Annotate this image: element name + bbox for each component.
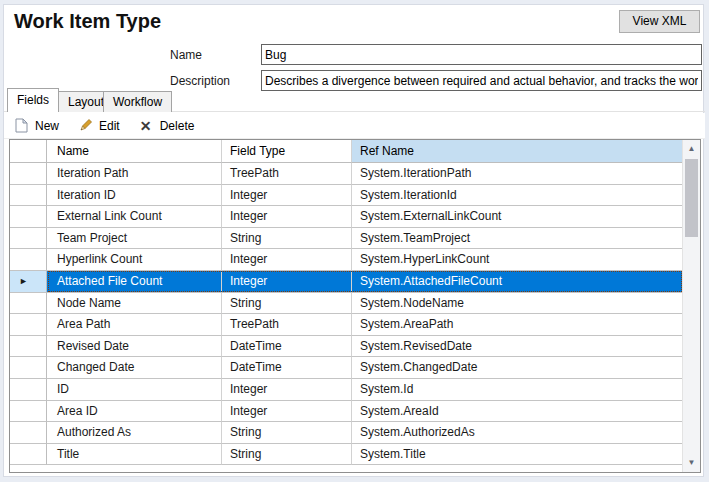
cell-ref-name: System.ExternalLinkCount bbox=[352, 206, 682, 228]
header-gutter-cell bbox=[10, 140, 47, 163]
row-gutter-cell[interactable]: ► bbox=[10, 314, 47, 336]
row-gutter-cell[interactable]: ► bbox=[10, 379, 47, 401]
cell-name: ID bbox=[47, 379, 222, 401]
table-row[interactable]: ► Hyperlink Count Integer System.HyperLi… bbox=[10, 249, 682, 271]
scroll-down-icon[interactable]: ▼ bbox=[683, 455, 700, 471]
cell-field-type: Integer bbox=[222, 271, 352, 293]
table-row[interactable]: ► Iteration Path TreePath System.Iterati… bbox=[10, 163, 682, 185]
new-button[interactable]: New bbox=[13, 118, 59, 134]
table-row[interactable]: ► Area ID Integer System.AreaId bbox=[10, 401, 682, 423]
table-row[interactable]: ► External Link Count Integer System.Ext… bbox=[10, 206, 682, 228]
row-gutter-cell[interactable]: ► bbox=[10, 357, 47, 379]
cell-name: Revised Date bbox=[47, 336, 222, 358]
cell-name: Area Path bbox=[47, 314, 222, 336]
cell-ref-name: System.AuthorizedAs bbox=[352, 422, 682, 444]
current-row-marker-icon: ► bbox=[19, 271, 28, 292]
scrollbar-thumb[interactable] bbox=[685, 159, 698, 237]
new-label: New bbox=[35, 119, 59, 133]
cell-field-type: DateTime bbox=[222, 357, 352, 379]
cell-field-type: Integer bbox=[222, 379, 352, 401]
table-rows: ► Iteration Path TreePath System.Iterati… bbox=[10, 163, 682, 465]
row-gutter-cell[interactable]: ► bbox=[10, 401, 47, 423]
delete-button[interactable]: ✕ Delete bbox=[138, 118, 195, 134]
cell-name: Area ID bbox=[47, 401, 222, 423]
column-header-field-type[interactable]: Field Type bbox=[222, 140, 352, 163]
cell-name: Team Project bbox=[47, 228, 222, 250]
table-row[interactable]: ► Authorized As String System.Authorized… bbox=[10, 422, 682, 444]
tab-fields[interactable]: Fields bbox=[7, 88, 59, 112]
row-gutter-cell[interactable]: ► bbox=[10, 293, 47, 315]
cell-ref-name: System.Title bbox=[352, 444, 682, 466]
cell-field-type: Integer bbox=[222, 249, 352, 271]
row-gutter-cell[interactable]: ► bbox=[10, 228, 47, 250]
edit-label: Edit bbox=[99, 119, 120, 133]
cell-ref-name: System.IterationId bbox=[352, 185, 682, 207]
cell-name: Iteration Path bbox=[47, 163, 222, 185]
cell-ref-name: System.HyperLinkCount bbox=[352, 249, 682, 271]
row-gutter-cell[interactable]: ► bbox=[10, 336, 47, 358]
fields-table: Name Field Type Ref Name ► Iteration Pat… bbox=[9, 139, 701, 473]
cell-field-type: String bbox=[222, 293, 352, 315]
table-header-row: Name Field Type Ref Name bbox=[10, 140, 682, 163]
name-label: Name bbox=[170, 45, 202, 65]
cell-ref-name: System.AttachedFileCount bbox=[352, 271, 682, 293]
cell-ref-name: System.NodeName bbox=[352, 293, 682, 315]
column-header-ref-name[interactable]: Ref Name bbox=[352, 140, 682, 163]
table-row[interactable]: ► Team Project String System.TeamProject bbox=[10, 228, 682, 250]
column-header-name[interactable]: Name bbox=[47, 140, 222, 163]
delete-x-icon: ✕ bbox=[138, 118, 154, 134]
cell-field-type: Integer bbox=[222, 185, 352, 207]
fields-table-body: Name Field Type Ref Name ► Iteration Pat… bbox=[10, 140, 682, 472]
row-gutter-cell[interactable]: ► bbox=[10, 249, 47, 271]
row-gutter-cell[interactable]: ► bbox=[10, 271, 47, 293]
name-input[interactable] bbox=[261, 44, 702, 65]
cell-field-type: String bbox=[222, 444, 352, 466]
cell-name: Title bbox=[47, 444, 222, 466]
cell-name: Changed Date bbox=[47, 357, 222, 379]
table-row[interactable]: ► Iteration ID Integer System.IterationI… bbox=[10, 185, 682, 207]
row-gutter-cell[interactable]: ► bbox=[10, 422, 47, 444]
tab-strip: Fields Layout Workflow bbox=[4, 88, 705, 112]
table-row[interactable]: ► Attached File Count Integer System.Att… bbox=[10, 271, 682, 293]
edit-button[interactable]: Edit bbox=[77, 118, 120, 134]
scroll-up-icon[interactable]: ▲ bbox=[683, 141, 700, 157]
cell-ref-name: System.IterationPath bbox=[352, 163, 682, 185]
row-gutter-cell[interactable]: ► bbox=[10, 444, 47, 466]
cell-name: Authorized As bbox=[47, 422, 222, 444]
view-xml-button[interactable]: View XML bbox=[619, 10, 700, 33]
cell-field-type: String bbox=[222, 422, 352, 444]
main-panel: Work Item Type View XML Name Description… bbox=[3, 4, 704, 477]
page-title: Work Item Type bbox=[14, 10, 161, 33]
cell-name: External Link Count bbox=[47, 206, 222, 228]
cell-field-type: DateTime bbox=[222, 336, 352, 358]
cell-name: Iteration ID bbox=[47, 185, 222, 207]
cell-field-type: TreePath bbox=[222, 314, 352, 336]
table-row[interactable]: ► ID Integer System.Id bbox=[10, 379, 682, 401]
table-row[interactable]: ► Node Name String System.NodeName bbox=[10, 293, 682, 315]
cell-field-type: Integer bbox=[222, 206, 352, 228]
cell-field-type: Integer bbox=[222, 401, 352, 423]
delete-label: Delete bbox=[160, 119, 195, 133]
cell-name: Attached File Count bbox=[47, 271, 222, 293]
row-gutter-cell[interactable]: ► bbox=[10, 206, 47, 228]
row-gutter-cell[interactable]: ► bbox=[10, 185, 47, 207]
cell-ref-name: System.RevisedDate bbox=[352, 336, 682, 358]
cell-ref-name: System.Id bbox=[352, 379, 682, 401]
cell-name: Node Name bbox=[47, 293, 222, 315]
cell-ref-name: System.TeamProject bbox=[352, 228, 682, 250]
cell-ref-name: System.AreaId bbox=[352, 401, 682, 423]
table-row[interactable]: ► Changed Date DateTime System.ChangedDa… bbox=[10, 357, 682, 379]
cell-name: Hyperlink Count bbox=[47, 249, 222, 271]
new-document-icon bbox=[13, 118, 29, 134]
cell-ref-name: System.ChangedDate bbox=[352, 357, 682, 379]
tab-workflow[interactable]: Workflow bbox=[103, 91, 172, 112]
table-row[interactable]: ► Revised Date DateTime System.RevisedDa… bbox=[10, 336, 682, 358]
table-row[interactable]: ► Title String System.Title bbox=[10, 444, 682, 466]
fields-toolbar: New Edit ✕ Delete bbox=[4, 113, 705, 139]
table-row[interactable]: ► Area Path TreePath System.AreaPath bbox=[10, 314, 682, 336]
cell-ref-name: System.AreaPath bbox=[352, 314, 682, 336]
cell-field-type: String bbox=[222, 228, 352, 250]
vertical-scrollbar[interactable]: ▲ ▼ bbox=[682, 140, 700, 472]
work-item-type-window: Work Item Type View XML Name Description… bbox=[0, 0, 709, 482]
row-gutter-cell[interactable]: ► bbox=[10, 163, 47, 185]
